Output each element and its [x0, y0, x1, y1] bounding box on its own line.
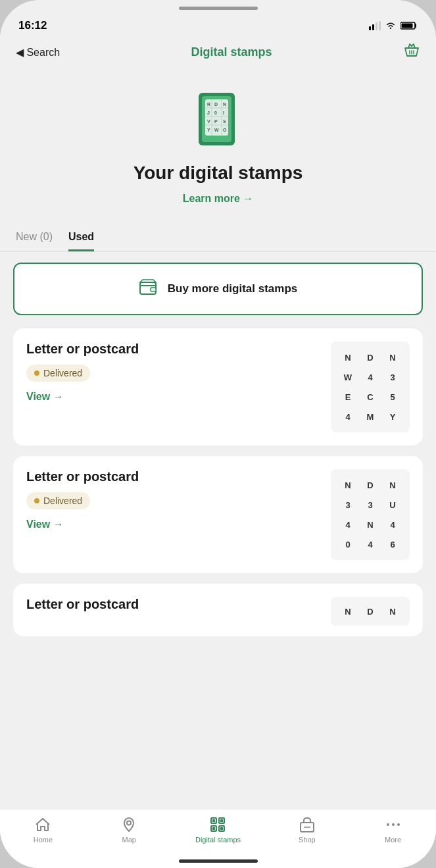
status-label: Delivered	[43, 368, 82, 378]
status-dot	[34, 498, 39, 503]
svg-text:S: S	[223, 119, 226, 124]
view-button[interactable]: View →	[26, 519, 331, 530]
nav-label-map: Map	[122, 836, 135, 844]
cart-button[interactable]	[403, 41, 420, 63]
hero-title: Your digital stamps	[133, 163, 303, 184]
svg-rect-6	[402, 24, 413, 28]
stamp-cell: 3	[382, 368, 403, 386]
nav-item-map[interactable]: Map	[109, 816, 149, 844]
stamp-card-left-partial: Letter or postcard	[26, 597, 331, 612]
buy-btn-container: Buy more digital stamps	[13, 263, 423, 315]
stamp-cell: M	[360, 407, 381, 426]
stamp-grid-2: N D N 3 3 U 4 N 4 0 4 6	[331, 469, 410, 560]
tab-new[interactable]: New (0)	[16, 231, 53, 251]
stamp-cell: 5	[382, 388, 403, 406]
stamp-cell: D	[360, 476, 381, 494]
stamp-cell: N	[337, 476, 358, 494]
stamp-cell: N	[337, 602, 358, 621]
stamp-cell: E	[337, 388, 358, 406]
stamp-card: Letter or postcard Delivered View → N D …	[13, 456, 423, 573]
svg-text:Y: Y	[207, 128, 210, 132]
stamp-cell: 3	[360, 496, 381, 514]
stamp-cell: 4	[360, 368, 381, 386]
stamp-cell: N	[382, 348, 403, 367]
stamp-card-left: Letter or postcard Delivered View →	[26, 342, 331, 403]
nav-item-more[interactable]: More	[374, 816, 413, 844]
svg-text:I: I	[223, 111, 224, 115]
nav-item-home[interactable]: Home	[23, 816, 62, 844]
svg-text:O: O	[223, 128, 227, 132]
nav-item-shop[interactable]: Shop	[287, 816, 327, 844]
shop-icon	[299, 816, 316, 833]
svg-rect-37	[212, 819, 215, 822]
stamp-cell: D	[360, 602, 381, 621]
status-dot	[34, 370, 39, 376]
svg-point-4	[390, 28, 391, 29]
stamp-cell: D	[360, 348, 381, 367]
nav-item-digital-stamps[interactable]: Digital stamps	[195, 816, 241, 844]
svg-rect-31	[151, 288, 156, 292]
page-title: Digital stamps	[191, 45, 272, 59]
home-bar	[179, 859, 258, 863]
svg-point-43	[387, 823, 389, 826]
svg-text:P: P	[214, 119, 218, 124]
stamp-cell: N	[382, 602, 403, 621]
stamp-cards-list: Letter or postcard Delivered View → N D …	[0, 328, 436, 636]
stamp-illustration: R D N J 0 I V P S Y W O	[185, 86, 251, 152]
stamp-cell: 4	[337, 515, 358, 534]
stamp-card-left: Letter or postcard Delivered View →	[26, 469, 331, 530]
stamp-cell: U	[382, 496, 403, 514]
buy-more-button[interactable]: Buy more digital stamps	[13, 263, 423, 315]
svg-text:V: V	[207, 119, 210, 124]
stamp-card-title-partial: Letter or postcard	[26, 597, 331, 612]
phone-frame: 16:12 ◀ Search	[0, 0, 436, 868]
svg-text:R: R	[207, 102, 210, 107]
view-button[interactable]: View →	[26, 391, 331, 403]
stamp-grid-1: N D N W 4 3 E C 5 4 M Y	[331, 342, 410, 432]
nav-label-digital-stamps: Digital stamps	[195, 836, 241, 844]
stamp-cell: Y	[382, 407, 403, 426]
hero-section: R D N J 0 I V P S Y W O Your digital sta…	[0, 70, 436, 220]
status-bar: 16:12	[0, 10, 436, 36]
map-icon	[120, 816, 137, 833]
nav-label-shop: Shop	[299, 836, 316, 844]
nav-label-more: More	[385, 836, 401, 844]
more-icon	[385, 816, 402, 833]
stamp-cell: N	[337, 348, 358, 367]
signal-icon	[369, 21, 381, 30]
svg-text:0: 0	[214, 111, 217, 115]
stamp-cell: W	[337, 368, 358, 386]
stamp-grid-partial: N D N	[331, 597, 410, 626]
back-button[interactable]: ◀ Search	[16, 46, 60, 59]
status-time: 16:12	[18, 19, 47, 32]
top-pill-bar	[0, 0, 436, 10]
status-badge: Delivered	[26, 492, 90, 509]
tabs-container: New (0) Used	[0, 220, 436, 252]
status-icons	[369, 21, 418, 30]
svg-rect-3	[379, 21, 381, 30]
battery-icon	[400, 21, 418, 30]
svg-point-44	[392, 823, 395, 826]
svg-rect-39	[212, 827, 215, 830]
tab-used[interactable]: Used	[68, 231, 94, 251]
stamp-card: Letter or postcard Delivered View → N D …	[13, 328, 423, 446]
svg-rect-38	[220, 819, 223, 822]
stamp-cell: C	[360, 388, 381, 406]
digital-stamps-icon	[209, 816, 226, 833]
buy-button-label: Buy more digital stamps	[168, 282, 297, 295]
status-label: Delivered	[43, 496, 82, 506]
svg-text:D: D	[214, 102, 218, 107]
stamp-cell: 4	[337, 407, 358, 426]
stamp-cell: 4	[360, 535, 381, 553]
nav-label-home: Home	[34, 836, 53, 844]
stamp-cell: N	[360, 515, 381, 534]
status-badge: Delivered	[26, 365, 90, 382]
svg-point-45	[397, 823, 400, 826]
stamp-cell: N	[382, 476, 403, 494]
stamp-cell: 3	[337, 496, 358, 514]
svg-rect-40	[220, 827, 223, 830]
stamp-book-icon: R D N J 0 I V P S Y W O	[192, 89, 245, 149]
svg-rect-1	[372, 24, 374, 30]
home-icon	[34, 816, 51, 833]
learn-more-button[interactable]: Learn more →	[183, 193, 254, 205]
